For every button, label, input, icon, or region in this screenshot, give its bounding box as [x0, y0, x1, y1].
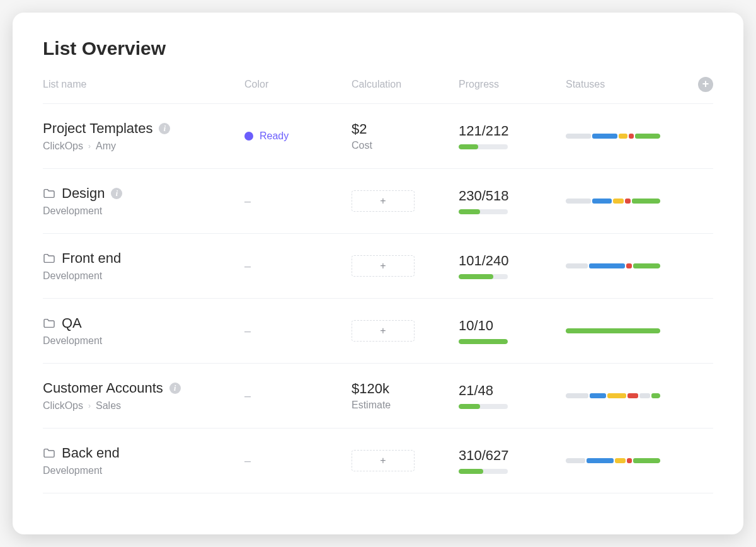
status-bar: [566, 199, 660, 204]
progress-text: 101/240: [459, 253, 566, 269]
add-calculation-button[interactable]: +: [352, 320, 415, 342]
breadcrumb: ClickOps›Amy: [43, 141, 244, 152]
status-segment: [635, 134, 660, 139]
status-segment: [566, 328, 660, 333]
breadcrumb: Development: [43, 205, 244, 217]
list-name[interactable]: Customer Accounts: [43, 380, 163, 396]
progress-bar: [459, 404, 508, 409]
status-segment: [613, 199, 624, 204]
table-row[interactable]: Back endDevelopment–+310/627: [43, 429, 713, 493]
breadcrumb: Development: [43, 270, 244, 282]
table-row[interactable]: Front endDevelopment–+101/240: [43, 234, 713, 299]
table-row[interactable]: QADevelopment–+10/10: [43, 299, 713, 364]
name-cell: DesigniDevelopment: [43, 185, 244, 217]
status-segment: [566, 199, 591, 204]
progress-text: 10/10: [459, 318, 566, 334]
breadcrumb-item[interactable]: Sales: [96, 400, 121, 412]
statuses-cell[interactable]: [566, 134, 688, 139]
status-segment: [615, 458, 626, 463]
calculation-cell: +: [352, 255, 459, 277]
progress-text: 230/518: [459, 188, 566, 204]
breadcrumb: Development: [43, 465, 244, 476]
list-overview-card: List Overview List name Color Calculatio…: [13, 13, 743, 534]
empty-value: –: [244, 454, 251, 468]
color-cell[interactable]: Ready: [244, 130, 352, 142]
col-header-color: Color: [244, 79, 352, 90]
status-bar: [566, 263, 660, 268]
status-segment: [632, 199, 660, 204]
add-calculation-button[interactable]: +: [352, 450, 415, 471]
progress-bar: [459, 339, 508, 344]
col-header-progress: Progress: [459, 79, 566, 90]
folder-icon: [43, 448, 55, 458]
color-cell[interactable]: –: [244, 389, 352, 403]
table-header: List name Color Calculation Progress Sta…: [43, 77, 713, 104]
color-dot: [244, 132, 253, 141]
info-icon[interactable]: i: [169, 383, 181, 394]
progress-cell: 101/240: [459, 253, 566, 279]
status-segment: [566, 458, 585, 463]
color-cell[interactable]: –: [244, 325, 352, 338]
status-bar: [566, 328, 660, 333]
calculation-label: Cost: [352, 140, 459, 151]
progress-fill: [459, 144, 478, 149]
status-segment: [566, 393, 588, 398]
statuses-cell[interactable]: [566, 328, 688, 333]
statuses-cell[interactable]: [566, 199, 688, 204]
breadcrumb-item[interactable]: Development: [43, 335, 102, 347]
status-segment: [633, 458, 660, 463]
status-segment: [626, 263, 632, 268]
table-row[interactable]: DesigniDevelopment–+230/518: [43, 169, 713, 234]
breadcrumb-item[interactable]: Development: [43, 205, 102, 217]
calculation-label: Estimate: [352, 400, 459, 411]
list-name[interactable]: Design: [62, 185, 105, 202]
progress-text: 121/212: [459, 123, 566, 139]
add-calculation-button[interactable]: +: [352, 255, 415, 277]
color-label: Ready: [260, 130, 289, 142]
color-cell[interactable]: –: [244, 260, 352, 273]
col-header-calculation: Calculation: [352, 79, 459, 90]
list-name[interactable]: Back end: [62, 445, 120, 461]
status-segment: [651, 393, 660, 398]
chevron-right-icon: ›: [88, 142, 91, 151]
breadcrumb-item[interactable]: Amy: [96, 141, 116, 152]
progress-fill: [459, 404, 480, 409]
breadcrumb-item[interactable]: ClickOps: [43, 141, 83, 152]
statuses-cell[interactable]: [566, 263, 688, 268]
list-name[interactable]: Project Templates: [43, 120, 152, 137]
col-header-statuses: Statuses: [566, 79, 688, 90]
statuses-cell[interactable]: [566, 393, 688, 398]
breadcrumb-item[interactable]: Development: [43, 465, 102, 476]
info-icon[interactable]: i: [159, 123, 170, 134]
progress-fill: [459, 469, 483, 474]
progress-cell: 310/627: [459, 447, 566, 474]
list-name[interactable]: QA: [62, 315, 82, 331]
name-cell: Front endDevelopment: [43, 250, 244, 282]
folder-icon: [43, 318, 55, 328]
progress-cell: 121/212: [459, 123, 566, 149]
empty-value: –: [244, 389, 251, 403]
breadcrumb-item[interactable]: Development: [43, 270, 102, 282]
status-segment: [589, 263, 626, 268]
folder-icon: [43, 188, 55, 199]
color-cell[interactable]: –: [244, 454, 352, 468]
breadcrumb-item[interactable]: ClickOps: [43, 400, 83, 412]
color-cell[interactable]: –: [244, 195, 352, 208]
progress-bar: [459, 209, 508, 214]
progress-fill: [459, 339, 508, 344]
table-row[interactable]: Customer AccountsiClickOps›Sales–$120kEs…: [43, 364, 713, 429]
info-icon[interactable]: i: [111, 188, 122, 199]
list-name[interactable]: Front end: [62, 250, 121, 267]
add-column-button[interactable]: +: [698, 77, 713, 92]
name-cell: QADevelopment: [43, 315, 244, 347]
statuses-cell[interactable]: [566, 458, 688, 463]
status-segment: [607, 393, 627, 398]
table-row[interactable]: Project TemplatesiClickOps›AmyReady$2Cos…: [43, 104, 713, 169]
add-calculation-button[interactable]: +: [352, 190, 415, 212]
status-segment: [592, 134, 617, 139]
empty-value: –: [244, 325, 251, 338]
status-segment: [566, 263, 588, 268]
progress-bar: [459, 144, 508, 149]
calculation-cell: +: [352, 450, 459, 471]
status-segment: [592, 199, 612, 204]
